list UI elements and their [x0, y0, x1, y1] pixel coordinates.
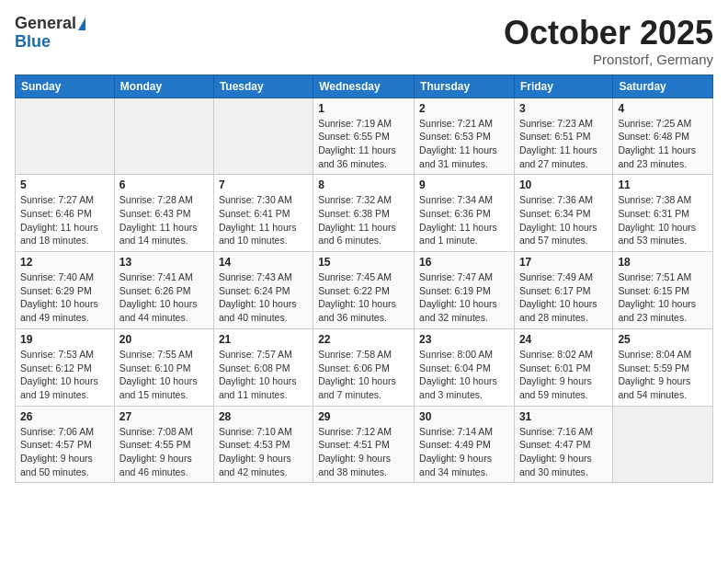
day-number: 19 — [20, 333, 109, 346]
day-number: 11 — [618, 178, 708, 191]
title-block: October 2025 Pronstorf, Germany — [504, 15, 713, 67]
calendar-week-row: 26Sunrise: 7:06 AMSunset: 4:57 PMDayligh… — [16, 406, 713, 483]
calendar-cell: 22Sunrise: 7:58 AMSunset: 6:06 PMDayligh… — [313, 328, 415, 406]
logo-blue-text: Blue — [15, 33, 51, 52]
day-number: 2 — [419, 102, 509, 115]
calendar-body: 1Sunrise: 7:19 AMSunset: 6:55 PMDaylight… — [16, 98, 713, 483]
day-info: Sunrise: 8:04 AMSunset: 5:59 PMDaylight:… — [618, 348, 708, 402]
calendar-cell: 8Sunrise: 7:32 AMSunset: 6:38 PMDaylight… — [313, 175, 415, 252]
day-info: Sunrise: 7:49 AMSunset: 6:17 PMDaylight:… — [519, 270, 608, 325]
weekday-header-cell: Sunday — [16, 75, 115, 98]
calendar-cell: 11Sunrise: 7:38 AMSunset: 6:31 PMDayligh… — [613, 175, 713, 252]
day-number: 10 — [519, 178, 608, 191]
day-info: Sunrise: 7:32 AMSunset: 6:38 PMDaylight:… — [318, 193, 409, 247]
day-info: Sunrise: 7:40 AMSunset: 6:29 PMDaylight:… — [20, 270, 109, 325]
day-number: 3 — [519, 102, 608, 115]
calendar-cell: 3Sunrise: 7:23 AMSunset: 6:51 PMDaylight… — [514, 98, 612, 175]
calendar-week-row: 12Sunrise: 7:40 AMSunset: 6:29 PMDayligh… — [16, 252, 713, 329]
day-info: Sunrise: 8:02 AMSunset: 6:01 PMDaylight:… — [519, 348, 608, 402]
calendar-cell: 17Sunrise: 7:49 AMSunset: 6:17 PMDayligh… — [514, 252, 612, 329]
calendar-cell: 31Sunrise: 7:16 AMSunset: 4:47 PMDayligh… — [514, 406, 612, 483]
weekday-header-cell: Friday — [514, 75, 612, 98]
day-number: 22 — [318, 333, 409, 346]
day-info: Sunrise: 7:19 AMSunset: 6:55 PMDaylight:… — [318, 117, 409, 171]
day-info: Sunrise: 7:14 AMSunset: 4:49 PMDaylight:… — [419, 425, 509, 479]
calendar-cell — [213, 98, 313, 175]
weekday-header-cell: Tuesday — [213, 75, 313, 98]
day-info: Sunrise: 7:45 AMSunset: 6:22 PMDaylight:… — [318, 270, 409, 325]
day-info: Sunrise: 7:34 AMSunset: 6:36 PMDaylight:… — [419, 193, 509, 247]
day-number: 15 — [318, 256, 409, 269]
day-info: Sunrise: 7:53 AMSunset: 6:12 PMDaylight:… — [20, 348, 109, 402]
day-number: 4 — [618, 102, 708, 115]
day-info: Sunrise: 7:30 AMSunset: 6:41 PMDaylight:… — [219, 193, 308, 247]
calendar-cell: 28Sunrise: 7:10 AMSunset: 4:53 PMDayligh… — [213, 406, 313, 483]
day-number: 26 — [20, 410, 109, 423]
logo-triangle-icon — [78, 17, 85, 30]
logo: General Blue — [15, 15, 85, 52]
calendar-week-row: 1Sunrise: 7:19 AMSunset: 6:55 PMDaylight… — [16, 98, 713, 175]
location-text: Pronstorf, Germany — [504, 52, 713, 67]
day-info: Sunrise: 7:57 AMSunset: 6:08 PMDaylight:… — [219, 348, 308, 402]
day-info: Sunrise: 7:25 AMSunset: 6:48 PMDaylight:… — [618, 117, 708, 171]
day-number: 28 — [219, 410, 308, 423]
day-number: 16 — [419, 256, 509, 269]
day-info: Sunrise: 7:10 AMSunset: 4:53 PMDaylight:… — [219, 425, 308, 479]
day-info: Sunrise: 7:47 AMSunset: 6:19 PMDaylight:… — [419, 270, 509, 325]
weekday-header-cell: Saturday — [613, 75, 713, 98]
day-number: 14 — [219, 256, 308, 269]
calendar-week-row: 19Sunrise: 7:53 AMSunset: 6:12 PMDayligh… — [16, 328, 713, 406]
calendar-cell: 25Sunrise: 8:04 AMSunset: 5:59 PMDayligh… — [613, 328, 713, 406]
logo-general-text: General — [15, 15, 76, 33]
calendar-cell: 16Sunrise: 7:47 AMSunset: 6:19 PMDayligh… — [415, 252, 515, 329]
calendar-cell: 1Sunrise: 7:19 AMSunset: 6:55 PMDaylight… — [313, 98, 415, 175]
day-number: 5 — [20, 178, 109, 191]
day-number: 31 — [519, 410, 608, 423]
calendar-cell: 13Sunrise: 7:41 AMSunset: 6:26 PMDayligh… — [114, 252, 213, 329]
calendar-cell: 14Sunrise: 7:43 AMSunset: 6:24 PMDayligh… — [213, 252, 313, 329]
day-info: Sunrise: 7:36 AMSunset: 6:34 PMDaylight:… — [519, 193, 608, 247]
calendar-cell: 20Sunrise: 7:55 AMSunset: 6:10 PMDayligh… — [114, 328, 213, 406]
weekday-header-row: SundayMondayTuesdayWednesdayThursdayFrid… — [16, 75, 713, 98]
calendar-cell: 6Sunrise: 7:28 AMSunset: 6:43 PMDaylight… — [114, 175, 213, 252]
calendar-cell: 23Sunrise: 8:00 AMSunset: 6:04 PMDayligh… — [415, 328, 515, 406]
calendar-cell: 2Sunrise: 7:21 AMSunset: 6:53 PMDaylight… — [415, 98, 515, 175]
day-info: Sunrise: 7:16 AMSunset: 4:47 PMDaylight:… — [519, 425, 608, 479]
day-number: 25 — [618, 333, 708, 346]
day-number: 12 — [20, 256, 109, 269]
day-info: Sunrise: 7:21 AMSunset: 6:53 PMDaylight:… — [419, 117, 509, 171]
day-number: 29 — [318, 410, 409, 423]
day-number: 23 — [419, 333, 509, 346]
day-number: 13 — [119, 256, 209, 269]
calendar-cell: 19Sunrise: 7:53 AMSunset: 6:12 PMDayligh… — [16, 328, 115, 406]
day-info: Sunrise: 7:41 AMSunset: 6:26 PMDaylight:… — [119, 270, 209, 325]
day-info: Sunrise: 7:12 AMSunset: 4:51 PMDaylight:… — [318, 425, 409, 479]
calendar-cell: 5Sunrise: 7:27 AMSunset: 6:46 PMDaylight… — [16, 175, 115, 252]
calendar-cell: 21Sunrise: 7:57 AMSunset: 6:08 PMDayligh… — [213, 328, 313, 406]
day-number: 20 — [119, 333, 209, 346]
day-number: 21 — [219, 333, 308, 346]
day-number: 24 — [519, 333, 608, 346]
calendar-cell: 4Sunrise: 7:25 AMSunset: 6:48 PMDaylight… — [613, 98, 713, 175]
day-number: 18 — [618, 256, 708, 269]
calendar-cell: 15Sunrise: 7:45 AMSunset: 6:22 PMDayligh… — [313, 252, 415, 329]
day-info: Sunrise: 7:06 AMSunset: 4:57 PMDaylight:… — [20, 425, 109, 479]
calendar-cell: 10Sunrise: 7:36 AMSunset: 6:34 PMDayligh… — [514, 175, 612, 252]
weekday-header-cell: Thursday — [415, 75, 515, 98]
calendar-table: SundayMondayTuesdayWednesdayThursdayFrid… — [15, 75, 713, 484]
day-number: 30 — [419, 410, 509, 423]
calendar-cell: 9Sunrise: 7:34 AMSunset: 6:36 PMDaylight… — [415, 175, 515, 252]
calendar-cell: 26Sunrise: 7:06 AMSunset: 4:57 PMDayligh… — [16, 406, 115, 483]
day-number: 7 — [219, 178, 308, 191]
month-title: October 2025 — [504, 15, 713, 52]
page-header: General Blue October 2025 Pronstorf, Ger… — [15, 15, 713, 67]
weekday-header-cell: Wednesday — [313, 75, 415, 98]
day-number: 17 — [519, 256, 608, 269]
day-number: 1 — [318, 102, 409, 115]
day-info: Sunrise: 7:23 AMSunset: 6:51 PMDaylight:… — [519, 117, 608, 171]
day-info: Sunrise: 7:08 AMSunset: 4:55 PMDaylight:… — [119, 425, 209, 479]
day-info: Sunrise: 7:38 AMSunset: 6:31 PMDaylight:… — [618, 193, 708, 247]
calendar-week-row: 5Sunrise: 7:27 AMSunset: 6:46 PMDaylight… — [16, 175, 713, 252]
day-number: 8 — [318, 178, 409, 191]
day-info: Sunrise: 7:55 AMSunset: 6:10 PMDaylight:… — [119, 348, 209, 402]
